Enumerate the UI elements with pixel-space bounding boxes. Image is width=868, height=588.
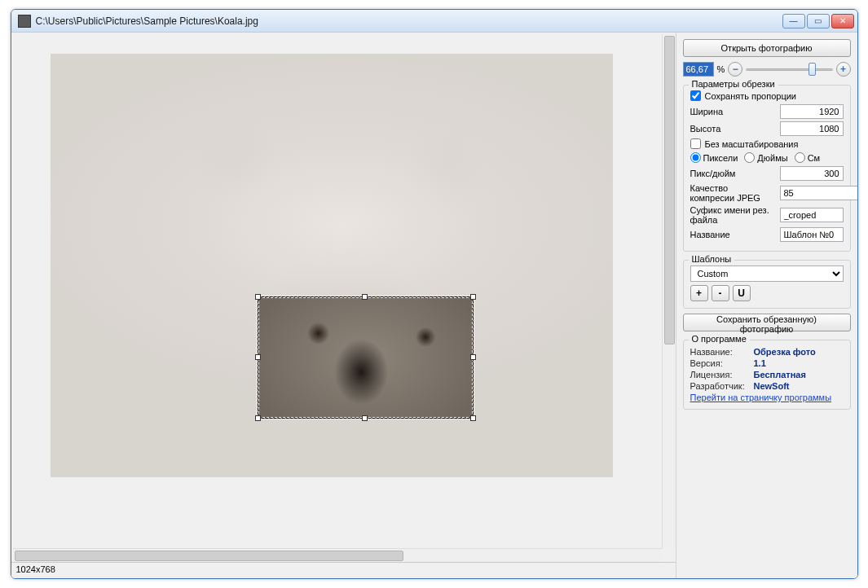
about-link[interactable]: Перейти на страничку программы xyxy=(690,393,832,402)
jpeg-quality-label: Качество компресии JPEG xyxy=(690,183,775,203)
jpeg-quality-spinner[interactable]: ▲▼ xyxy=(780,186,844,200)
app-window: C:\Users\Public\Pictures\Sample Pictures… xyxy=(11,9,858,579)
status-bar: 1024x768 xyxy=(11,562,676,578)
crop-handle-bl[interactable] xyxy=(255,415,261,421)
zoom-input[interactable] xyxy=(683,62,714,77)
keep-ratio-checkbox[interactable]: Сохранять пропорции xyxy=(690,90,844,101)
zoom-slider[interactable] xyxy=(746,62,832,77)
about-group: О программе Название:Обрезка фото Версия… xyxy=(683,340,851,410)
about-name-value: Обрезка фото xyxy=(754,347,816,357)
template-update-button[interactable]: U xyxy=(733,285,751,301)
template-name-input[interactable] xyxy=(780,227,844,242)
suffix-input[interactable] xyxy=(780,208,844,222)
suffix-label: Суфикс имени рез. файла xyxy=(690,205,775,225)
unit-in-radio[interactable]: Дюймы xyxy=(744,152,787,163)
vertical-scrollbar[interactable] xyxy=(662,34,676,548)
crop-handle-tm[interactable] xyxy=(362,294,368,300)
close-button[interactable]: ✕ xyxy=(831,14,854,29)
ppi-input[interactable] xyxy=(780,166,844,181)
zoom-out-button[interactable]: − xyxy=(728,62,742,77)
about-developer-value: NewSoft xyxy=(754,381,790,391)
image-viewport[interactable] xyxy=(13,34,676,562)
horizontal-scrollbar[interactable] xyxy=(13,548,662,562)
crop-handle-mr[interactable] xyxy=(470,354,476,360)
about-version-value: 1.1 xyxy=(754,358,766,368)
height-label: Высота xyxy=(690,124,775,134)
crop-handle-tr[interactable] xyxy=(470,294,476,300)
unit-radios: Пиксели Дюймы См xyxy=(690,152,844,163)
client-area: 1024x768 Открыть фотографию % − + Параме… xyxy=(11,33,857,578)
save-cropped-button[interactable]: Сохранить обрезанную) фотографию xyxy=(683,314,851,331)
unit-cm-radio[interactable]: См xyxy=(795,152,821,163)
about-version-key: Версия: xyxy=(690,358,749,368)
about-license-key: Лицензия: xyxy=(690,370,749,380)
about-developer-key: Разработчик: xyxy=(690,381,749,391)
window-title: C:\Users\Public\Pictures\Sample Pictures… xyxy=(36,15,782,27)
ppi-label: Пикс/дюйм xyxy=(690,169,775,178)
crop-handle-bm[interactable] xyxy=(362,415,368,421)
height-input[interactable] xyxy=(780,121,844,136)
width-input[interactable] xyxy=(780,104,844,119)
crop-handle-br[interactable] xyxy=(470,415,476,421)
about-group-title: О программе xyxy=(689,334,750,344)
zoom-percent-label: % xyxy=(717,64,725,74)
crop-handle-ml[interactable] xyxy=(255,354,261,360)
template-remove-button[interactable]: - xyxy=(712,285,729,301)
templates-group-title: Шаблоны xyxy=(689,254,735,264)
side-panel: Открыть фотографию % − + Параметры обрез… xyxy=(676,33,857,578)
titlebar: C:\Users\Public\Pictures\Sample Pictures… xyxy=(11,10,857,33)
crop-params-group: Параметры обрезки Сохранять пропорции Ши… xyxy=(683,85,851,252)
canvas-area: 1024x768 xyxy=(11,33,676,578)
keep-ratio-label: Сохранять пропорции xyxy=(705,91,797,101)
templates-group: Шаблоны Custom + - U xyxy=(683,260,851,309)
width-label: Ширина xyxy=(690,107,775,116)
jpeg-quality-input[interactable] xyxy=(780,186,858,200)
image-dimensions: 1024x768 xyxy=(16,564,55,574)
open-photo-button[interactable]: Открыть фотографию xyxy=(683,39,851,57)
no-scale-input[interactable] xyxy=(690,138,701,149)
crop-group-title: Параметры обрезки xyxy=(689,79,778,89)
minimize-button[interactable]: — xyxy=(782,14,805,29)
zoom-controls: % − + xyxy=(683,62,851,77)
about-license-value: Бесплатная xyxy=(754,370,806,380)
template-name-label: Название xyxy=(690,230,775,239)
template-select[interactable]: Custom xyxy=(690,265,844,282)
maximize-button[interactable]: ▭ xyxy=(807,14,830,29)
no-scale-checkbox[interactable]: Без масштабирования xyxy=(690,138,844,149)
keep-ratio-input[interactable] xyxy=(690,90,701,101)
template-add-button[interactable]: + xyxy=(690,285,708,301)
no-scale-label: Без масштабирования xyxy=(705,139,799,149)
unit-px-radio[interactable]: Пиксели xyxy=(690,152,738,163)
app-icon xyxy=(18,15,31,28)
window-controls: — ▭ ✕ xyxy=(782,14,854,29)
zoom-in-button[interactable]: + xyxy=(836,62,851,77)
crop-handle-tl[interactable] xyxy=(255,294,261,300)
about-name-key: Название: xyxy=(690,347,749,357)
crop-selection[interactable] xyxy=(258,296,474,419)
